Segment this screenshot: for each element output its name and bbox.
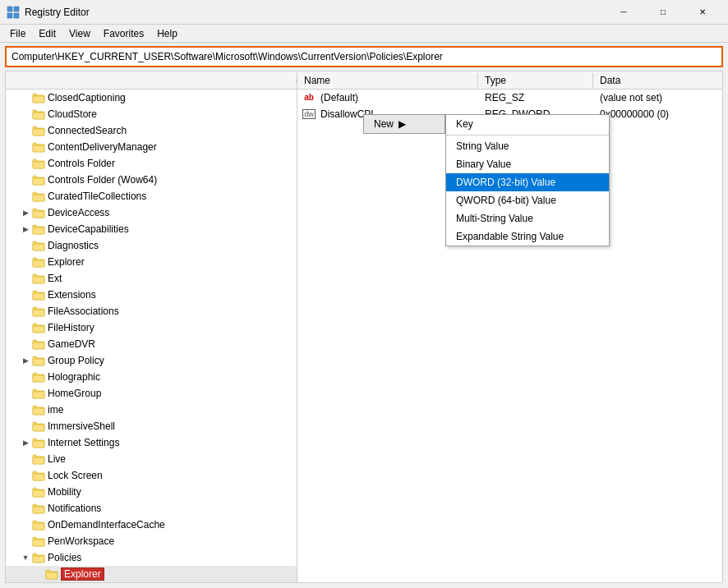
submenu-item-binary-value[interactable]: Binary Value xyxy=(446,155,609,173)
expand-icon[interactable] xyxy=(19,140,32,154)
tree-container[interactable]: ClosedCaptioning CloudStore ConnectedSea… xyxy=(6,90,297,582)
col-name-header: Name xyxy=(297,73,478,88)
expand-icon[interactable] xyxy=(19,420,32,433)
tree-item[interactable]: Holographic xyxy=(6,369,297,385)
expand-icon[interactable] xyxy=(19,452,32,466)
new-button[interactable]: New ▶ xyxy=(363,114,445,134)
expand-icon[interactable] xyxy=(19,272,32,285)
tree-item[interactable]: ▶ Internet Settings xyxy=(6,434,297,451)
menu-file[interactable]: File xyxy=(3,26,32,41)
expand-icon[interactable] xyxy=(19,535,32,548)
tree-item[interactable]: Explorer xyxy=(6,566,297,582)
tree-item[interactable]: Live xyxy=(6,451,297,467)
expand-icon[interactable] xyxy=(19,124,32,137)
expand-icon[interactable] xyxy=(19,370,32,384)
registry-row[interactable]: ab(Default)REG_SZ(value not set) xyxy=(297,90,722,106)
window-title: Registry Editor xyxy=(25,7,90,18)
tree-item[interactable]: ▼ Policies xyxy=(6,549,297,566)
folder-icon xyxy=(32,256,45,268)
tree-item[interactable]: ime xyxy=(6,402,297,418)
expand-icon[interactable] xyxy=(19,239,32,252)
tree-item[interactable]: Mobility xyxy=(6,484,297,500)
right-panel: Name Type Data ab(Default)REG_SZ(value n… xyxy=(297,71,722,582)
tree-item[interactable]: Diagnostics xyxy=(6,237,297,254)
expand-icon[interactable] xyxy=(19,255,32,269)
submenu-item-qword-64-bit-value[interactable]: QWORD (64-bit) Value xyxy=(446,191,609,209)
tree-item[interactable]: Notifications xyxy=(6,500,297,517)
folder-icon xyxy=(32,404,45,416)
tree-item-label: DeviceCapabilities xyxy=(48,223,129,235)
folder-icon xyxy=(32,535,45,547)
tree-header xyxy=(6,71,297,90)
minimize-button[interactable]: ─ xyxy=(605,0,643,25)
tree-item[interactable]: CuratedTileCollections xyxy=(6,188,297,204)
submenu-item-expandable-string-value[interactable]: Expandable String Value xyxy=(446,227,609,246)
tree-item[interactable]: PenWorkspace xyxy=(6,533,297,549)
tree-item[interactable]: ConnectedSearch xyxy=(6,122,297,139)
expand-icon[interactable] xyxy=(19,173,32,186)
tree-item-label: Notifications xyxy=(48,503,101,514)
tree-item[interactable]: GameDVR xyxy=(6,336,297,352)
submenu-item-string-value[interactable]: String Value xyxy=(446,137,609,155)
tree-item[interactable]: ContentDeliveryManager xyxy=(6,139,297,155)
tree-item-label: Live xyxy=(48,453,66,465)
expand-icon[interactable] xyxy=(19,91,32,104)
menu-favorites[interactable]: Favorites xyxy=(97,26,150,41)
collapse-icon[interactable]: ▼ xyxy=(19,551,32,564)
expand-icon[interactable] xyxy=(19,518,32,531)
expand-icon[interactable] xyxy=(19,288,32,301)
tree-item[interactable]: ImmersiveShell xyxy=(6,418,297,434)
folder-icon xyxy=(32,92,45,103)
tree-item[interactable]: CloudStore xyxy=(6,106,297,122)
tree-item[interactable]: FileAssociations xyxy=(6,303,297,319)
expand-icon[interactable] xyxy=(19,157,32,170)
tree-item[interactable]: ClosedCaptioning xyxy=(6,90,297,106)
maximize-button[interactable]: □ xyxy=(644,0,682,25)
menu-view[interactable]: View xyxy=(62,26,97,41)
submenu-item-key[interactable]: Key xyxy=(446,115,609,133)
expand-icon[interactable] xyxy=(19,190,32,203)
tree-item[interactable]: HomeGroup xyxy=(6,385,297,402)
expand-icon[interactable] xyxy=(19,502,32,515)
submenu-item-multi-string-value[interactable]: Multi-String Value xyxy=(446,209,609,227)
expand-icon[interactable] xyxy=(19,108,32,121)
expand-icon[interactable] xyxy=(32,567,45,581)
address-bar[interactable]: Computer\HKEY_CURRENT_USER\Software\Micr… xyxy=(5,46,723,67)
submenu-item-dword-32-bit-value[interactable]: DWORD (32-bit) Value xyxy=(446,173,609,191)
close-button[interactable]: ✕ xyxy=(684,0,721,25)
tree-item-label: CuratedTileCollections xyxy=(48,191,146,202)
tree-item[interactable]: Explorer xyxy=(6,254,297,270)
tree-item-label: ClosedCaptioning xyxy=(48,92,126,103)
window-controls: ─ □ ✕ xyxy=(605,0,721,25)
tree-item-label: ImmersiveShell xyxy=(48,420,115,432)
expand-icon[interactable]: ▶ xyxy=(19,436,32,449)
tree-item[interactable]: ▶ DeviceAccess xyxy=(6,204,297,221)
tree-item[interactable]: Extensions xyxy=(6,287,297,303)
expand-icon[interactable]: ▶ xyxy=(19,354,32,367)
tree-item[interactable]: Lock Screen xyxy=(6,467,297,484)
tree-item-label: Explorer xyxy=(61,567,104,581)
expand-icon[interactable]: ▶ xyxy=(19,223,32,236)
expand-icon[interactable] xyxy=(19,321,32,334)
expand-icon[interactable] xyxy=(19,387,32,400)
menu-help[interactable]: Help xyxy=(150,26,184,41)
expand-icon[interactable] xyxy=(19,338,32,351)
tree-item-label: ime xyxy=(48,404,63,416)
tree-item[interactable]: Ext xyxy=(6,270,297,287)
expand-icon[interactable] xyxy=(19,485,32,498)
tree-item-label: Explorer xyxy=(48,256,85,268)
col-data-header: Data xyxy=(593,73,722,88)
tree-item[interactable]: FileHistory xyxy=(6,319,297,336)
expand-icon[interactable]: ▶ xyxy=(19,206,32,219)
folder-icon xyxy=(32,223,45,235)
tree-item[interactable]: Controls Folder (Wow64) xyxy=(6,172,297,188)
tree-item[interactable]: Controls Folder xyxy=(6,155,297,172)
menu-edit[interactable]: Edit xyxy=(32,26,62,41)
expand-icon[interactable] xyxy=(19,305,32,318)
expand-icon[interactable] xyxy=(19,469,32,482)
tree-item[interactable]: OnDemandInterfaceCache xyxy=(6,517,297,533)
tree-item[interactable]: ▶ DeviceCapabilities xyxy=(6,221,297,237)
tree-item[interactable]: ▶ Group Policy xyxy=(6,352,297,369)
expand-icon[interactable] xyxy=(19,403,32,416)
folder-icon xyxy=(32,486,45,498)
